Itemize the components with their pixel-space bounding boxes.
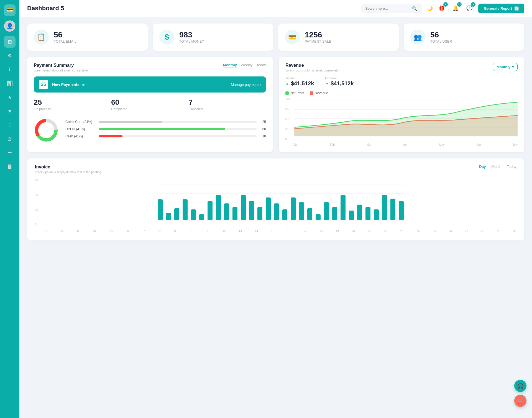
svg-rect-19 [208, 201, 213, 220]
revenue-legend: Net Profit Revenue [285, 91, 518, 95]
chevron-right-icon: › [260, 83, 261, 87]
svg-rect-31 [307, 208, 312, 220]
svg-rect-13 [158, 199, 163, 220]
svg-rect-35 [341, 195, 346, 220]
cart-icon: 🛒 [517, 398, 524, 404]
invoice-tab-day[interactable]: Day [479, 165, 486, 170]
main-content: Dashboard 5 🔍 🌙 🎁 2 🔔 12 💬 5 Generate Re… [19, 0, 532, 418]
invoice-chart-inner: 0102030405060708091011121314151617181920… [45, 179, 516, 233]
generate-report-button[interactable]: Generate Report 📈 [478, 4, 524, 13]
header: Dashboard 5 🔍 🌙 🎁 2 🔔 12 💬 5 Generate Re… [19, 0, 532, 17]
email-number: 56 [54, 31, 76, 39]
payment-stats-row: 25 On process 60 Completed 7 Canceled [34, 98, 266, 111]
payment-summary-header: Payment Summary Lorem ipsum dolor sit am… [34, 63, 266, 72]
payment-summary-tabs: Monthly Weekly Today [223, 63, 266, 68]
headphone-icon: 🎧 [517, 383, 524, 389]
svg-rect-15 [174, 208, 179, 220]
revenue-chart-area [294, 98, 518, 142]
sidebar-item-analytics[interactable]: 📊 [4, 78, 16, 89]
invoice-tabs: Day Month Today [479, 165, 516, 170]
bell-badge: 12 [457, 2, 462, 7]
info-icon: ℹ [9, 66, 11, 73]
cart-float-button[interactable]: 🛒 [514, 395, 526, 407]
canceled-stat: 7 Canceled [189, 98, 266, 111]
payment-summary-title-group: Payment Summary Lorem ipsum dolor sit am… [34, 63, 88, 72]
bell-button[interactable]: 🔔 12 [451, 3, 461, 13]
sidebar-item-print[interactable]: 🖨 [4, 133, 16, 145]
expense-down-icon: ▼ [325, 81, 329, 86]
sidebar-item-list[interactable]: ☰ [4, 147, 16, 158]
tab-today[interactable]: Today [256, 63, 266, 68]
email-stat-info: 56 TOTAL EMAIL [54, 31, 76, 44]
svg-rect-32 [316, 214, 321, 220]
gift-button[interactable]: 🎁 2 [437, 3, 447, 13]
payment-bottom: Credit Card (24%) 25 UPI ID (41%) 60 [34, 118, 266, 144]
chat-button[interactable]: 💬 5 [464, 3, 474, 13]
cash-bar-track [99, 135, 257, 137]
svg-rect-23 [241, 195, 246, 220]
invoice-header: Invoice Lorem Ipsum is simply dummy text… [35, 165, 516, 174]
email-icon: 📋 [34, 30, 49, 45]
stat-card-money: $ 983 TOTAL MONEY [153, 24, 273, 51]
revenue-monthly-dropdown[interactable]: Monthly ▾ [493, 63, 518, 71]
new-payments-left: 25 New Payments [39, 80, 85, 89]
report-icon: 📋 [7, 163, 13, 170]
user-label: TOTAL USER [430, 40, 452, 43]
invoice-card: Invoice Lorem Ipsum is simply dummy text… [27, 158, 524, 240]
revenue-label: Revenue [315, 91, 328, 95]
invoice-tab-today[interactable]: Today [507, 165, 516, 170]
svg-rect-20 [216, 195, 221, 220]
stat-card-user: 👥 56 TOTAL USER [404, 24, 524, 51]
heart-icon: ♥ [8, 108, 11, 114]
sidebar-item-report[interactable]: 📋 [4, 161, 16, 172]
tab-weekly[interactable]: Weekly [241, 63, 252, 68]
revenue-subtitle: Lorem ipsum dolor sit amet, consectetur [285, 69, 340, 72]
analytics-icon: 📊 [7, 80, 13, 86]
sidebar-item-heart2[interactable]: ♡ [4, 119, 16, 131]
money-icon: $ [159, 30, 174, 45]
dashboard-icon: ⊞ [8, 39, 12, 45]
payment-number: 1256 [305, 31, 331, 39]
upi-bar-value: 60 [259, 127, 266, 131]
theme-toggle-icon[interactable]: 🌙 [427, 5, 433, 11]
sidebar-logo[interactable]: 💳 [4, 4, 16, 16]
upi-bar-fill [99, 128, 225, 130]
search-bar[interactable]: 🔍 [361, 4, 422, 13]
payments-label: New Payments [52, 82, 85, 87]
list-icon: ☰ [7, 150, 12, 156]
support-float-button[interactable]: 🎧 [514, 380, 526, 392]
chevron-down-icon: ▾ [512, 65, 514, 69]
gift-icon: 🎁 [439, 5, 445, 11]
svg-rect-38 [365, 207, 370, 220]
tab-monthly[interactable]: Monthly [223, 63, 237, 68]
svg-rect-22 [232, 207, 237, 220]
sidebar-item-favorite[interactable]: ♥ [4, 105, 16, 117]
user-avatar[interactable]: 👤 [4, 20, 15, 32]
svg-rect-41 [390, 199, 395, 220]
svg-point-3 [39, 122, 54, 138]
settings-icon: ⚙ [7, 53, 12, 59]
svg-rect-37 [357, 205, 362, 220]
sidebar-item-settings[interactable]: ⚙ [4, 50, 16, 61]
income-up-icon: ▲ [285, 81, 289, 86]
payment-bars: Credit Card (24%) 25 UPI ID (41%) 60 [65, 120, 266, 142]
revenue-chart-wrapper: 0 30 60 90 120 [285, 98, 518, 146]
search-input[interactable] [365, 6, 410, 11]
cash-bar-value: 10 [259, 134, 266, 138]
svg-rect-24 [249, 201, 254, 220]
payments-count: 25 [39, 80, 48, 89]
manage-payment-link[interactable]: Manage payment › [231, 83, 261, 87]
money-label: TOTAL MONEY [179, 40, 204, 43]
sidebar-item-star[interactable]: ★ [4, 91, 16, 103]
sidebar-item-dashboard[interactable]: ⊞ [4, 36, 16, 48]
completed-label: Completed [111, 107, 188, 111]
invoice-bar-chart [45, 179, 516, 229]
invoice-tab-month[interactable]: Month [491, 165, 501, 170]
revenue-card: Revenue Lorem ipsum dolor sit amet, cons… [279, 57, 524, 152]
credit-bar-value: 25 [259, 120, 266, 124]
content-area: 📋 56 TOTAL EMAIL $ 983 TOTAL MONEY 💳 125… [19, 17, 532, 247]
net-profit-label: Net Profit [290, 91, 304, 95]
sidebar-item-info[interactable]: ℹ [4, 64, 16, 75]
stat-card-email: 📋 56 TOTAL EMAIL [27, 24, 148, 51]
svg-rect-33 [324, 202, 329, 220]
